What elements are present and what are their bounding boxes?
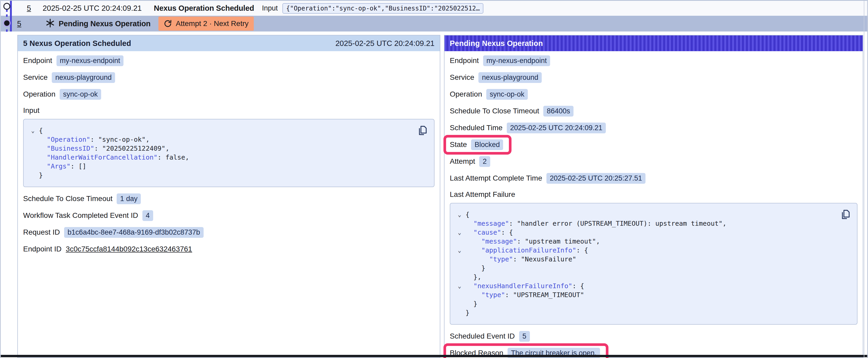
copy-icon [840,209,851,220]
code-line: ⌄ "applicationFailureInfo": { [454,246,833,255]
field-label: Request ID [23,228,60,236]
field-value-chip: 1 day [117,193,141,204]
code-line: "message": "upstream timeout", [454,237,833,246]
field-value-chip: b1c6a4bc-8ee7-468a-9169-df3b02c8737b [64,227,203,238]
annotation-highlight: StateBlocked [443,135,512,155]
field-label: Attempt [450,157,475,166]
caret-gutter [454,237,466,246]
field-label: Operation [23,90,56,98]
left-panel-timestamp: 2025-02-25 UTC 20:24:09.21 [336,39,435,48]
left-field-request-id: Request IDb1c6a4bc-8ee7-468a-9169-df3b02… [23,227,435,238]
code-text: }, [466,273,481,282]
retry-badge-label: Attempt 2 · Next Retry [176,20,249,28]
code-line: ⌄{ [454,210,833,219]
field-value-chip: nexus-playground [478,72,542,83]
field-value-link[interactable]: 3c0c75ccfa8144b092c13ce632463761 [66,245,192,253]
event-node-open-icon [2,2,11,12]
field-value-chip: 2 [479,156,490,167]
code-line: ⌄ "nexusHandlerFailureInfo": { [454,282,833,291]
caret-gutter [27,135,39,144]
event-row-scheduled[interactable]: 5 2025-02-25 UTC 20:24:09.21 Nexus Opera… [1,1,867,16]
copy-button[interactable] [417,125,428,136]
field-label: Scheduled Event ID [450,332,515,340]
code-text: "type": "NexusFailure" [466,255,576,264]
collapse-caret[interactable]: ⌄ [454,246,466,255]
code-line: "message": "handler error (UPSTREAM_TIME… [454,219,833,228]
field-value-chip: my-nexus-endpoint [483,55,550,66]
caret-gutter [454,255,466,264]
pending-asterisk-icon [45,19,55,29]
right-field-schedule-to-close-timeout: Schedule To Close Timeout86400s [450,105,858,117]
field-value-chip: Blocked [471,139,503,150]
event-node-filled-icon [2,19,11,29]
left-field-schedule-to-close-timeout: Schedule To Close Timeout1 day [23,193,435,204]
right-field-state: StateBlocked [450,139,858,151]
scrollbar-track[interactable] [864,0,864,358]
caret-gutter [27,144,39,153]
code-text: } [39,171,43,180]
event-id-link[interactable]: 5 [17,20,21,28]
field-value-chip: 2025-02-25 UTC 20:25:27.51 [547,173,646,184]
right-field-endpoint: Endpointmy-nexus-endpoint [450,55,858,66]
right-field-last-attempt-complete-time: Last Attempt Complete Time2025-02-25 UTC… [450,172,858,184]
right-panel-title: Pending Nexus Operation [450,39,543,48]
code-text: "BusinessID": "20250225122409", [39,144,169,153]
left-panel-header: 5 Nexus Operation Scheduled 2025-02-25 U… [18,35,440,51]
history-detail-window: 5 2025-02-25 UTC 20:24:09.21 Nexus Opera… [0,0,868,358]
event-timestamp: 2025-02-25 UTC 20:24:09.21 [42,4,142,12]
collapse-caret[interactable]: ⌄ [454,282,466,291]
event-row-pending[interactable]: 5 Pending Nexus Operation Attempt 2 · Ne… [1,16,867,32]
caret-gutter [454,273,466,282]
code-line: }, [454,273,833,282]
right-field-service: Servicenexus-playground [450,72,858,83]
event-input-preview-chip: {"Operation":"sync-op-ok","BusinessID":"… [282,3,484,14]
field-label: Schedule To Close Timeout [23,194,113,203]
code-line: "type": "NexusFailure" [454,255,833,264]
field-label: Service [450,73,474,82]
field-value-chip: my-nexus-endpoint [57,55,124,66]
caret-gutter [27,153,39,162]
copy-icon [417,125,428,136]
field-label: Endpoint [23,57,52,65]
field-value-chip: sync-op-ok [60,89,101,100]
event-title: Nexus Operation Scheduled [154,4,254,12]
field-value-chip: 4 [143,210,153,221]
left-field-endpoint-id: Endpoint ID3c0c75ccfa8144b092c13ce632463… [23,243,435,255]
field-label: Service [23,73,48,82]
right-field-operation: Operationsync-op-ok [450,89,858,100]
field-label: Workflow Task Completed Event ID [23,211,138,220]
code-line: "type": "UPSTREAM_TIMEOUT" [454,291,833,299]
event-id-link[interactable]: 5 [27,4,31,12]
code-text: "Operation": "sync-op-ok", [39,135,150,144]
right-field-attempt: Attempt2 [450,156,858,167]
field-value-chip: sync-op-ok [486,89,528,100]
code-text: "cause": { [466,228,513,237]
code-line: ⌄ "cause": { [454,228,833,237]
right-panel-header: Pending Nexus Operation [444,35,863,51]
input-json-block: ⌄{ "Operation": "sync-op-ok", "BusinessI… [23,119,435,187]
collapse-caret[interactable]: ⌄ [454,228,466,237]
field-label: Operation [450,90,482,98]
field-value-chip: 2025-02-25 UTC 20:24:09.21 [507,123,606,133]
event-title: Pending Nexus Operation [59,20,151,28]
collapse-caret[interactable]: ⌄ [27,126,39,135]
field-label: State [450,140,467,149]
code-text: } [466,308,469,317]
code-text: } [466,264,485,273]
code-line: } [454,308,833,317]
left-panel-title: 5 Nexus Operation Scheduled [23,39,131,48]
copy-button[interactable] [840,209,851,220]
caret-gutter [454,299,466,308]
input-section-label: Input [23,105,435,116]
right-panel-pending-operation: Pending Nexus Operation Endpointmy-nexus… [444,35,863,358]
field-value-chip: nexus-playground [52,72,115,83]
left-panel-scheduled-event: 5 Nexus Operation Scheduled 2025-02-25 U… [17,35,440,358]
collapse-caret[interactable]: ⌄ [454,210,466,219]
code-line: "HandlerWaitForCancellation": false, [27,153,410,162]
window-border-top [0,0,868,1]
right-field-scheduled-time: Scheduled Time2025-02-25 UTC 20:24:09.21 [450,122,858,134]
caret-gutter [454,264,466,273]
field-label: Scheduled Time [450,124,502,132]
event-input-label: Input [262,4,278,12]
code-text: "Args": [] [39,162,87,171]
